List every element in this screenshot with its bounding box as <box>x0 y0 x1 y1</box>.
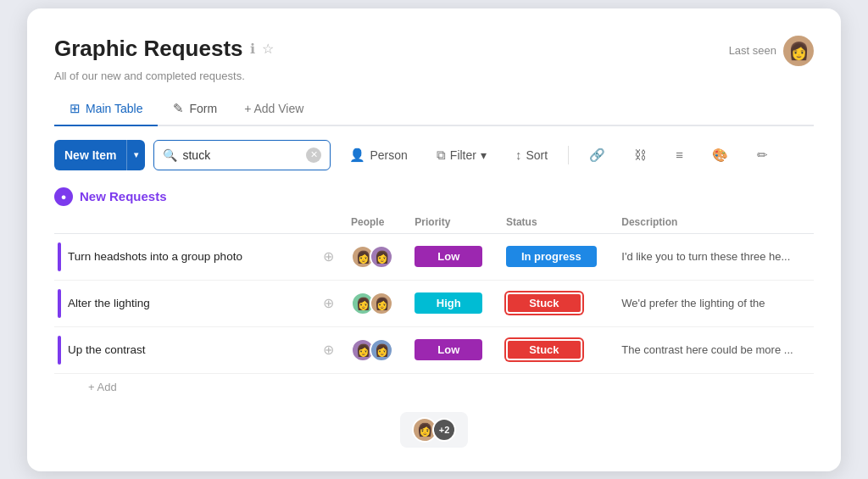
table-row: Turn headshots into a group photo ⊕ 👩 👩 … <box>54 233 814 280</box>
edit-icon: ✏ <box>757 148 768 163</box>
main-card: Graphic Requests ℹ ☆ Last seen 👩 All of … <box>27 8 841 471</box>
row-item-name: Up the contrast <box>68 343 316 356</box>
priority-badge: Low <box>415 339 482 360</box>
col-header-item <box>54 211 342 234</box>
people-cell: 👩 👩 <box>342 233 406 280</box>
search-box: 🔍 ✕ <box>153 140 331 170</box>
new-item-label: New Item <box>54 140 126 170</box>
status-badge: Stuck <box>506 292 582 314</box>
col-header-people: People <box>342 211 406 234</box>
filter-button[interactable]: ⧉ Filter ▾ <box>426 142 497 168</box>
description-cell: The contrast here could be more ... <box>613 326 814 373</box>
person-label: Person <box>370 148 407 162</box>
link-icon-button[interactable]: 🔗 <box>579 142 615 168</box>
avatar: 👩 <box>370 292 393 315</box>
person-button[interactable]: 👤 Person <box>339 142 417 168</box>
clear-search-button[interactable]: ✕ <box>306 148 321 163</box>
add-item-icon[interactable]: ⊕ <box>323 295 334 311</box>
title-group: Graphic Requests ℹ ☆ <box>54 36 274 62</box>
search-icon: 🔍 <box>163 148 177 162</box>
col-header-description: Description <box>613 211 814 234</box>
add-item-icon[interactable]: ⊕ <box>323 248 334 265</box>
toolbar-divider <box>568 146 569 164</box>
star-icon[interactable]: ☆ <box>262 41 274 57</box>
people-cell: 👩 👩 <box>342 326 406 373</box>
grouped-avatars: 👩 +2 <box>400 412 468 448</box>
filter-label: Filter <box>450 148 476 162</box>
add-row-button[interactable]: + Add <box>54 374 814 400</box>
priority-badge: Low <box>415 246 482 267</box>
sort-button[interactable]: ↕ Sort <box>505 142 558 167</box>
filter-caret-icon: ▾ <box>481 148 487 162</box>
search-input[interactable] <box>182 148 301 162</box>
row-bar <box>58 336 61 365</box>
person-icon: 👤 <box>349 148 365 163</box>
status-badge: Stuck <box>506 339 582 360</box>
description-cell: I'd like you to turn these three he... <box>613 233 814 280</box>
filter-icon: ⧉ <box>437 148 446 163</box>
add-item-icon[interactable]: ⊕ <box>323 342 334 358</box>
form-icon: ✎ <box>173 101 184 116</box>
table-icon: ⊞ <box>70 101 81 116</box>
main-table: People Priority Status Description Turn … <box>54 211 814 374</box>
edit-icon-button[interactable]: ✏ <box>747 142 778 168</box>
tab-bar: ⊞ Main Table ✎ Form + Add View <box>54 94 814 126</box>
col-header-status: Status <box>498 211 613 234</box>
tab-main-table-label: Main Table <box>86 102 142 115</box>
avatars: 👩 👩 <box>351 292 398 315</box>
rows-icon: ≡ <box>676 148 683 162</box>
page-header: Graphic Requests ℹ ☆ Last seen 👩 <box>54 36 814 66</box>
table-row: Alter the lighting ⊕ 👩 👩 High Stuck We <box>54 280 814 326</box>
avatars: 👩 👩 <box>351 245 398 269</box>
bottom-area: 👩 +2 <box>54 412 814 448</box>
table-row: Up the contrast ⊕ 👩 👩 Low Stuck The co <box>54 326 814 373</box>
add-view-label: + Add View <box>244 102 303 115</box>
row-item-name: Turn headshots into a group photo <box>68 250 316 263</box>
section-title: New Requests <box>80 189 167 203</box>
avatar: 👩 <box>783 36 814 66</box>
plus-badge: +2 <box>432 418 456 442</box>
avatars: 👩 👩 <box>351 338 398 362</box>
new-item-button[interactable]: New Item ▾ <box>54 140 145 170</box>
row-item-cell: Turn headshots into a group photo ⊕ <box>54 234 342 280</box>
priority-cell: Low <box>406 233 498 280</box>
row-bar <box>58 242 61 271</box>
description-cell: We'd prefer the lighting of the <box>613 280 814 326</box>
chain-icon: ⛓ <box>634 148 647 162</box>
toolbar: New Item ▾ 🔍 ✕ 👤 Person ⧉ Filter ▾ ↕ Sor… <box>54 140 814 170</box>
link-icon: 🔗 <box>589 148 605 163</box>
add-row-label: + Add <box>88 381 117 393</box>
col-header-priority: Priority <box>406 211 498 234</box>
status-badge: In progress <box>506 246 597 267</box>
status-cell: Stuck <box>498 326 613 373</box>
sort-label: Sort <box>526 148 548 162</box>
section-toggle[interactable]: ● <box>54 187 73 206</box>
row-bar <box>58 289 61 318</box>
chain-icon-button[interactable]: ⛓ <box>624 142 657 167</box>
priority-cell: High <box>406 280 498 326</box>
palette-icon-button[interactable]: 🎨 <box>702 142 738 168</box>
info-icon[interactable]: ℹ <box>250 41 255 57</box>
row-item-name: Alter the lighting <box>68 297 316 309</box>
tab-form-label: Form <box>189 102 217 115</box>
avatar: 👩 <box>370 338 393 362</box>
last-seen-label: Last seen <box>729 44 776 57</box>
row-item-cell: Alter the lighting ⊕ <box>54 281 342 326</box>
sort-icon: ↕ <box>515 148 522 162</box>
tab-main-table[interactable]: ⊞ Main Table <box>54 94 158 126</box>
priority-badge: High <box>415 292 482 314</box>
section-header: ● New Requests <box>54 187 814 206</box>
row-item-cell: Up the contrast ⊕ <box>54 327 342 373</box>
new-item-caret-icon[interactable]: ▾ <box>126 140 145 170</box>
last-seen: Last seen 👩 <box>729 36 814 66</box>
status-cell: In progress <box>498 233 613 280</box>
status-cell: Stuck <box>498 280 613 326</box>
people-cell: 👩 👩 <box>342 280 406 326</box>
priority-cell: Low <box>406 326 498 373</box>
tab-form[interactable]: ✎ Form <box>158 94 232 126</box>
avatar: 👩 <box>370 245 393 269</box>
rows-icon-button[interactable]: ≡ <box>665 142 693 167</box>
palette-icon: 🎨 <box>712 148 728 163</box>
page-title: Graphic Requests <box>54 36 243 62</box>
add-view-button[interactable]: + Add View <box>232 95 315 124</box>
